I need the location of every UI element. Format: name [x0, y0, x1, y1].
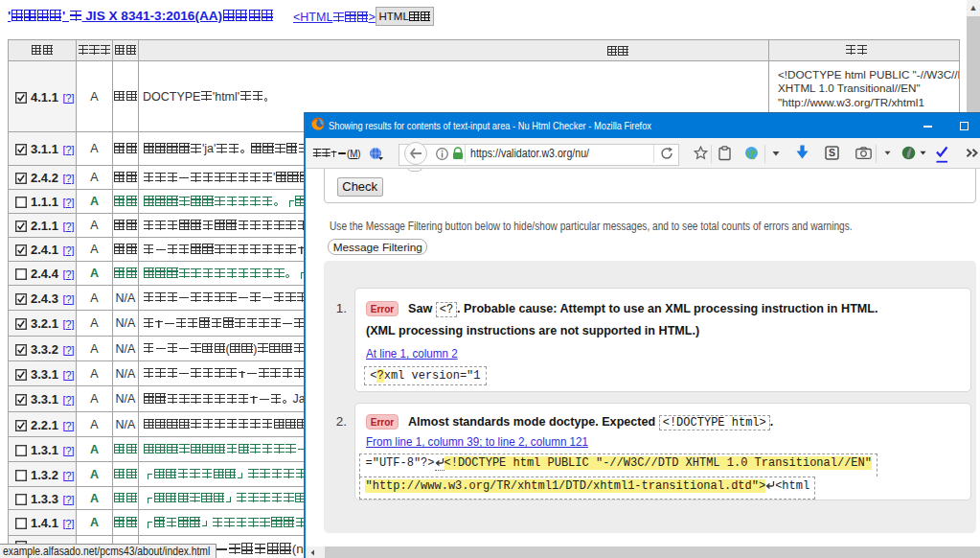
svg-text:S: S: [828, 147, 834, 158]
